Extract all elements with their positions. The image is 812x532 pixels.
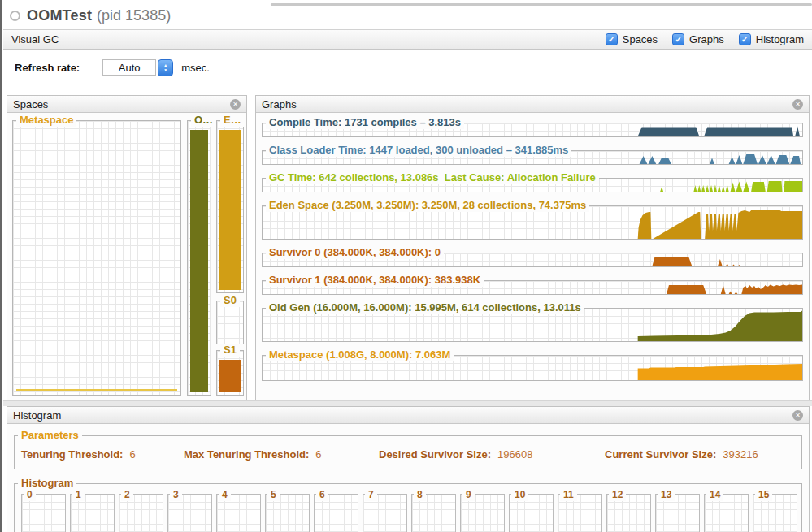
graph-old-gen: Old Gen (16.000M, 16.000M): 15.995M, 614… xyxy=(262,308,803,342)
bin-label: 0 xyxy=(24,488,36,501)
old-gen-space-label: O… xyxy=(191,114,216,127)
spaces-checkbox-label: Spaces xyxy=(623,33,658,45)
graph-class-loader-title: Class Loader Time: 1447 loaded, 300 unlo… xyxy=(266,144,571,157)
eden-usage-bar xyxy=(219,130,241,290)
tenuring-bin-6: 6 xyxy=(314,494,358,532)
checkbox-check-icon: ✓ xyxy=(606,33,618,45)
graphs-checkbox[interactable]: ✓ Graphs xyxy=(672,33,724,45)
histogram-panel-body: Parameters Tenuring Threshold: 6 Max Ten… xyxy=(7,424,809,532)
tab-visual-gc[interactable]: Visual GC xyxy=(11,33,59,45)
bin-label: 5 xyxy=(267,488,280,501)
section-gap xyxy=(3,400,812,406)
parameters-group-label: Parameters xyxy=(18,429,82,442)
checkbox-check-icon: ✓ xyxy=(672,33,684,45)
graph-survivor0-title: Survivor 0 (384.000K, 384.000K): 0 xyxy=(266,246,444,259)
bin-label: 13 xyxy=(658,488,675,501)
page-title: OOMTest xyxy=(27,7,92,24)
close-icon[interactable]: ✕ xyxy=(792,99,803,110)
main-panels-row: Spaces ✕ Metaspace O… E… xyxy=(3,85,812,400)
graph-eden-title: Eden Space (3.250M, 3.250M): 3.250M, 28 … xyxy=(266,199,589,212)
survivor1-space-box: S1 xyxy=(216,350,244,396)
tenuring-threshold: Tenuring Threshold: 6 xyxy=(21,448,184,461)
visualvm-window: OOMTest (pid 15385) Visual GC ✓ Spaces ✓… xyxy=(0,0,812,532)
graph-compile-time-title: Compile Time: 1731 compiles – 3.813s xyxy=(266,116,464,129)
old-gen-space-box: O… xyxy=(187,120,211,396)
tenuring-bin-7: 7 xyxy=(363,494,407,532)
bin-label: 8 xyxy=(414,488,426,501)
application-status-icon xyxy=(10,11,20,21)
param-label: Tenuring Threshold: xyxy=(21,448,123,461)
tenuring-bin-2: 2 xyxy=(119,494,163,532)
bin-label: 6 xyxy=(316,488,328,501)
bin-label: 11 xyxy=(560,488,577,501)
tenuring-bin-11: 11 xyxy=(558,494,602,532)
tenuring-bin-5: 5 xyxy=(265,494,310,532)
tenuring-bin-0: 0 xyxy=(21,494,66,532)
graphs-panel-body: Compile Time: 1731 compiles – 3.813s Cla… xyxy=(256,113,809,400)
tenuring-bin-1: 1 xyxy=(70,494,115,532)
tenuring-bin-9: 9 xyxy=(460,494,505,532)
page-title-pid: (pid 15385) xyxy=(97,7,171,24)
tenuring-bin-15: 15 xyxy=(753,494,797,532)
parameters-row: Tenuring Threshold: 6 Max Tenuring Thres… xyxy=(15,436,801,469)
tenuring-bin-4: 4 xyxy=(216,494,261,532)
bin-label: 9 xyxy=(462,488,475,501)
histogram-panel-header: Histogram ✕ xyxy=(7,407,809,424)
chevron-down-icon: ▼ xyxy=(163,67,167,72)
param-value: 393216 xyxy=(723,448,758,461)
refresh-rate-unit: msec. xyxy=(181,62,210,74)
histogram-checkbox[interactable]: ✓ Histogram xyxy=(739,33,804,45)
spaces-checkbox[interactable]: ✓ Spaces xyxy=(606,33,658,45)
tenuring-bin-12: 12 xyxy=(606,494,651,532)
eden-space-box: E… xyxy=(216,120,244,293)
histogram-panel: Histogram ✕ Parameters Tenuring Threshol… xyxy=(7,406,810,532)
graph-eden-space: Eden Space (3.250M, 3.250M): 3.250M, 28 … xyxy=(262,205,803,240)
graph-metaspace-title: Metaspace (1.008G, 8.000M): 7.063M xyxy=(266,348,454,361)
param-label: Current Survivor Size: xyxy=(605,448,716,461)
bin-label: 7 xyxy=(365,488,377,501)
tenuring-bins-row: 0 1 2 3 4 5 6 7 8 9 10 11 12 13 xyxy=(15,484,801,532)
stepper-button[interactable]: ▲ ▼ xyxy=(158,59,173,76)
refresh-rate-label: Refresh rate: xyxy=(15,62,80,74)
refresh-rate-row: Refresh rate: Auto ▲ ▼ msec. xyxy=(3,50,812,85)
param-label: Max Tenuring Threshold: xyxy=(184,448,309,461)
bin-label: 2 xyxy=(121,488,133,501)
old-gen-usage-bar xyxy=(190,130,208,392)
graph-gc-time-title: GC Time: 642 collections, 13.086s Last C… xyxy=(266,171,599,184)
view-toggles: ✓ Spaces ✓ Graphs ✓ Histogram xyxy=(606,33,804,45)
tenuring-bin-13: 13 xyxy=(655,494,700,532)
max-tenuring-threshold: Max Tenuring Threshold: 6 xyxy=(184,448,379,461)
spaces-panel: Spaces ✕ Metaspace O… E… xyxy=(7,95,247,400)
graph-old-gen-title: Old Gen (16.000M, 16.000M): 15.995M, 614… xyxy=(266,301,584,314)
refresh-rate-select[interactable]: Auto ▲ ▼ xyxy=(102,59,173,76)
survivor1-usage-bar xyxy=(219,360,241,392)
metaspace-space-box: Metaspace xyxy=(12,120,181,396)
refresh-rate-value[interactable]: Auto xyxy=(102,59,156,76)
graph-metaspace: Metaspace (1.008G, 8.000M): 7.063M xyxy=(262,355,803,381)
survivor1-space-label: S1 xyxy=(220,344,240,357)
graph-compile-time: Compile Time: 1731 compiles – 3.813s xyxy=(262,123,803,137)
graphs-panel: Graphs ✕ Compile Time: 1731 compiles – 3… xyxy=(255,95,810,400)
metaspace-space-label: Metaspace xyxy=(16,114,76,127)
close-icon[interactable]: ✕ xyxy=(792,410,803,421)
bin-label: 15 xyxy=(755,488,772,501)
graph-class-loader-time: Class Loader Time: 1447 loaded, 300 unlo… xyxy=(262,150,803,165)
parameters-group: Parameters Tenuring Threshold: 6 Max Ten… xyxy=(14,435,802,469)
window-left-border xyxy=(0,0,2,532)
spaces-panel-header: Spaces ✕ xyxy=(7,96,246,113)
graph-survivor0: Survivor 0 (384.000K, 384.000K): 0 xyxy=(262,253,803,267)
param-value: 6 xyxy=(129,448,135,461)
close-icon[interactable]: ✕ xyxy=(230,99,241,110)
survivor0-space-box: S0 xyxy=(216,301,244,344)
histogram-group: Histogram 0 1 2 3 4 5 6 7 8 9 10 11 xyxy=(14,483,802,532)
bin-label: 10 xyxy=(511,488,528,501)
metaspace-usage-bar xyxy=(16,389,177,391)
tenuring-bin-10: 10 xyxy=(509,494,554,532)
bin-label: 1 xyxy=(72,488,85,501)
graph-gc-time: GC Time: 642 collections, 13.086s Last C… xyxy=(262,178,803,192)
checkbox-check-icon: ✓ xyxy=(739,33,751,45)
bin-label: 4 xyxy=(219,488,231,501)
tenuring-bin-14: 14 xyxy=(704,494,749,532)
bin-label: 12 xyxy=(609,488,626,501)
histogram-checkbox-label: Histogram xyxy=(756,33,804,45)
